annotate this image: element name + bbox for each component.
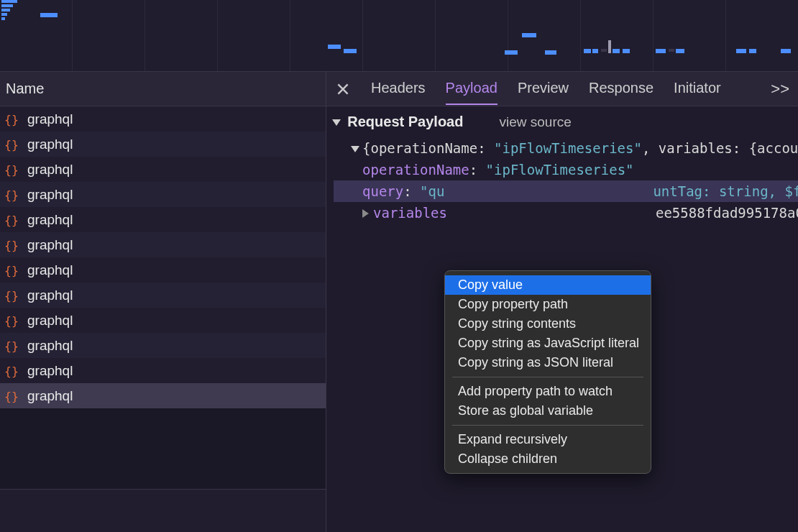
svg-text:{}: {} [4, 112, 19, 126]
braces-icon: {} [4, 288, 20, 303]
menu-copy-value[interactable]: Copy value [445, 275, 651, 295]
braces-icon: {} [4, 238, 20, 252]
request-row[interactable]: {} graphql [0, 232, 326, 257]
svg-text:{}: {} [4, 364, 19, 377]
menu-expand-recursively[interactable]: Expand recursively [445, 430, 651, 449]
name-column-header[interactable]: Name [0, 72, 326, 106]
braces-icon: {} [4, 162, 20, 177]
request-row[interactable]: {} graphql [0, 308, 326, 333]
braces-icon: {} [4, 263, 20, 278]
request-name: graphql [27, 262, 73, 278]
status-bar [0, 489, 326, 532]
json-key[interactable]: operationName [362, 162, 469, 178]
chevron-down-icon[interactable] [351, 146, 359, 152]
braces-icon: {} [4, 389, 20, 403]
braces-icon: {} [4, 112, 20, 127]
braces-icon: {} [4, 313, 20, 328]
braces-icon: {} [4, 137, 20, 152]
menu-separator [452, 377, 643, 377]
request-name: graphql [27, 111, 73, 127]
svg-text:{}: {} [4, 188, 19, 201]
network-timeline[interactable] [0, 0, 798, 72]
chevron-down-icon[interactable] [332, 119, 341, 126]
request-name: graphql [27, 212, 73, 228]
request-row[interactable]: {} graphql [0, 257, 326, 283]
svg-text:{}: {} [4, 389, 19, 403]
json-key[interactable]: variables [373, 205, 447, 221]
request-name: graphql [27, 338, 73, 354]
close-icon[interactable] [335, 81, 351, 97]
request-row[interactable]: {} graphql [0, 333, 326, 358]
request-name: graphql [27, 363, 73, 379]
request-name: graphql [27, 162, 73, 178]
request-name: graphql [27, 313, 73, 329]
menu-copy-js-literal[interactable]: Copy string as JavaScript literal [445, 334, 651, 353]
json-key[interactable]: query [362, 183, 403, 199]
svg-text:{}: {} [4, 238, 19, 252]
request-name: graphql [27, 388, 73, 404]
menu-collapse-children[interactable]: Collapse children [445, 449, 651, 469]
tabs-overflow-icon[interactable]: >> [771, 80, 789, 98]
braces-icon: {} [4, 213, 20, 227]
svg-text:{}: {} [4, 313, 19, 327]
payload-tree[interactable]: {operationName: "ipFlowTimeseries", vari… [326, 137, 798, 224]
tab-initiator[interactable]: Initiator [674, 73, 721, 105]
request-row[interactable]: {} graphql [0, 207, 326, 232]
menu-copy-json-literal[interactable]: Copy string as JSON literal [445, 353, 651, 372]
request-list-panel: Name {} graphql {} graphql {} graphql {}… [0, 72, 326, 532]
detail-tabs: Headers Payload Preview Response Initiat… [326, 72, 798, 106]
chevron-right-icon[interactable] [362, 209, 369, 218]
request-row[interactable]: {} graphql [0, 132, 326, 157]
braces-icon: {} [4, 364, 20, 378]
request-row[interactable]: {} graphql [0, 358, 326, 383]
tab-response[interactable]: Response [589, 73, 653, 105]
menu-copy-property-path[interactable]: Copy property path [445, 295, 651, 314]
request-name: graphql [27, 137, 73, 152]
view-source-link[interactable]: view source [499, 111, 571, 133]
request-name: graphql [27, 288, 73, 303]
menu-add-watch[interactable]: Add property path to watch [445, 382, 651, 401]
svg-text:{}: {} [4, 288, 19, 302]
svg-text:{}: {} [4, 162, 19, 176]
svg-text:{}: {} [4, 339, 19, 352]
tab-headers[interactable]: Headers [371, 73, 426, 105]
braces-icon: {} [4, 188, 20, 202]
menu-store-global[interactable]: Store as global variable [445, 401, 651, 421]
request-row[interactable]: {} graphql [0, 383, 326, 408]
request-name: graphql [27, 187, 73, 203]
svg-text:{}: {} [4, 263, 19, 277]
request-row[interactable]: {} graphql [0, 283, 326, 308]
request-row[interactable]: {} graphql [0, 106, 326, 132]
braces-icon: {} [4, 339, 20, 353]
menu-copy-string-contents[interactable]: Copy string contents [445, 314, 651, 334]
section-title: Request Payload [347, 114, 463, 129]
request-row[interactable]: {} graphql [0, 157, 326, 182]
tab-payload[interactable]: Payload [446, 73, 497, 105]
request-row[interactable]: {} graphql [0, 182, 326, 207]
svg-text:{}: {} [4, 137, 19, 151]
context-menu: Copy value Copy property path Copy strin… [444, 270, 651, 474]
menu-separator [452, 425, 643, 426]
request-name: graphql [27, 237, 73, 253]
json-value[interactable]: "ipFlowTimeseries" [486, 162, 634, 178]
json-value[interactable]: "qu [420, 183, 444, 199]
svg-text:{}: {} [4, 213, 19, 226]
tab-preview[interactable]: Preview [518, 73, 569, 105]
request-list: {} graphql {} graphql {} graphql {} grap… [0, 106, 326, 489]
